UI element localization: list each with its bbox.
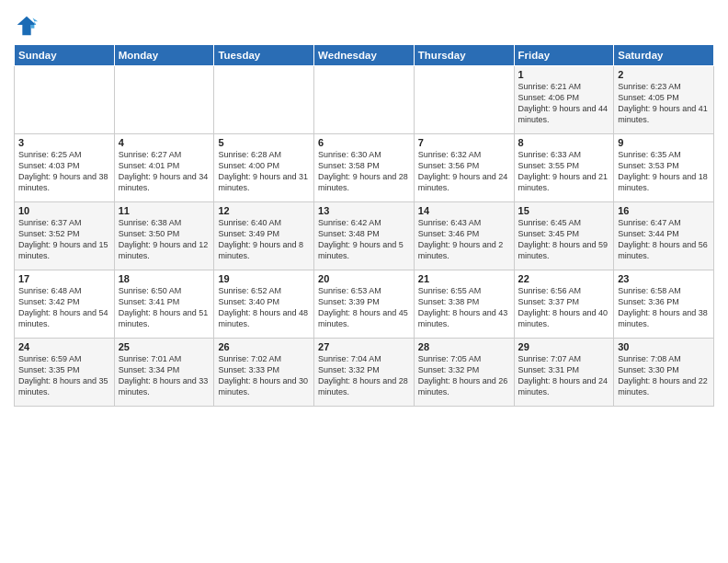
day-number: 12 — [218, 205, 310, 216]
day-number: 28 — [418, 341, 510, 352]
day-cell: 10Sunrise: 6:37 AM Sunset: 3:52 PM Dayli… — [15, 202, 115, 270]
day-number: 26 — [218, 341, 310, 352]
day-info: Sunrise: 6:48 AM Sunset: 3:42 PM Dayligh… — [18, 285, 110, 330]
week-row-2: 3Sunrise: 6:25 AM Sunset: 4:03 PM Daylig… — [15, 134, 714, 202]
day-cell: 19Sunrise: 6:52 AM Sunset: 3:40 PM Dayli… — [214, 270, 314, 339]
day-cell: 7Sunrise: 6:32 AM Sunset: 3:56 PM Daylig… — [414, 134, 514, 202]
day-cell: 11Sunrise: 6:38 AM Sunset: 3:50 PM Dayli… — [114, 202, 214, 270]
day-info: Sunrise: 6:56 AM Sunset: 3:37 PM Dayligh… — [518, 285, 610, 330]
week-row-4: 17Sunrise: 6:48 AM Sunset: 3:42 PM Dayli… — [15, 270, 714, 339]
day-info: Sunrise: 7:07 AM Sunset: 3:31 PM Dayligh… — [518, 353, 610, 398]
day-info: Sunrise: 6:58 AM Sunset: 3:36 PM Dayligh… — [618, 285, 710, 330]
day-number: 9 — [618, 137, 710, 148]
day-info: Sunrise: 6:23 AM Sunset: 4:05 PM Dayligh… — [618, 81, 710, 126]
day-cell: 18Sunrise: 6:50 AM Sunset: 3:41 PM Dayli… — [114, 270, 214, 339]
day-cell: 2Sunrise: 6:23 AM Sunset: 4:05 PM Daylig… — [614, 66, 714, 134]
header — [14, 9, 714, 39]
day-info: Sunrise: 6:33 AM Sunset: 3:55 PM Dayligh… — [518, 149, 610, 194]
calendar-table: SundayMondayTuesdayWednesdayThursdayFrid… — [14, 44, 714, 407]
day-info: Sunrise: 6:40 AM Sunset: 3:49 PM Dayligh… — [218, 217, 310, 262]
day-cell: 3Sunrise: 6:25 AM Sunset: 4:03 PM Daylig… — [15, 134, 115, 202]
day-info: Sunrise: 7:08 AM Sunset: 3:30 PM Dayligh… — [618, 353, 710, 398]
header-cell-saturday: Saturday — [614, 45, 714, 66]
day-number: 3 — [18, 137, 110, 148]
day-number: 2 — [618, 69, 710, 80]
day-number: 25 — [119, 341, 210, 352]
day-number: 24 — [18, 341, 110, 352]
day-info: Sunrise: 6:50 AM Sunset: 3:41 PM Dayligh… — [119, 285, 210, 330]
day-cell: 21Sunrise: 6:55 AM Sunset: 3:38 PM Dayli… — [414, 270, 514, 339]
day-number: 20 — [318, 273, 410, 284]
day-number: 1 — [518, 69, 610, 80]
day-info: Sunrise: 6:27 AM Sunset: 4:01 PM Dayligh… — [119, 149, 210, 194]
day-info: Sunrise: 7:04 AM Sunset: 3:32 PM Dayligh… — [318, 353, 410, 398]
week-row-3: 10Sunrise: 6:37 AM Sunset: 3:52 PM Dayli… — [15, 202, 714, 270]
day-info: Sunrise: 6:42 AM Sunset: 3:48 PM Dayligh… — [318, 217, 410, 262]
day-info: Sunrise: 7:01 AM Sunset: 3:34 PM Dayligh… — [119, 353, 210, 398]
day-info: Sunrise: 6:28 AM Sunset: 4:00 PM Dayligh… — [218, 149, 310, 194]
day-info: Sunrise: 6:55 AM Sunset: 3:38 PM Dayligh… — [418, 285, 510, 330]
day-info: Sunrise: 6:53 AM Sunset: 3:39 PM Dayligh… — [318, 285, 410, 330]
day-cell: 27Sunrise: 7:04 AM Sunset: 3:32 PM Dayli… — [314, 339, 415, 407]
day-number: 7 — [418, 137, 510, 148]
day-number: 22 — [518, 273, 610, 284]
day-number: 13 — [318, 205, 410, 216]
day-info: Sunrise: 6:30 AM Sunset: 3:58 PM Dayligh… — [318, 149, 410, 194]
day-number: 19 — [218, 273, 310, 284]
day-cell: 20Sunrise: 6:53 AM Sunset: 3:39 PM Dayli… — [314, 270, 415, 339]
day-info: Sunrise: 6:52 AM Sunset: 3:40 PM Dayligh… — [218, 285, 310, 330]
day-number: 17 — [18, 273, 110, 284]
day-cell: 28Sunrise: 7:05 AM Sunset: 3:32 PM Dayli… — [414, 339, 514, 407]
day-number: 27 — [318, 341, 410, 352]
header-row: SundayMondayTuesdayWednesdayThursdayFrid… — [15, 45, 714, 66]
day-number: 6 — [318, 137, 410, 148]
day-cell — [15, 66, 115, 134]
day-info: Sunrise: 7:02 AM Sunset: 3:33 PM Dayligh… — [218, 353, 310, 398]
day-number: 30 — [618, 341, 710, 352]
day-number: 11 — [119, 205, 210, 216]
logo-icon — [14, 13, 40, 39]
day-cell: 23Sunrise: 6:58 AM Sunset: 3:36 PM Dayli… — [614, 270, 714, 339]
day-number: 15 — [518, 205, 610, 216]
day-info: Sunrise: 6:38 AM Sunset: 3:50 PM Dayligh… — [119, 217, 210, 262]
page-container: SundayMondayTuesdayWednesdayThursdayFrid… — [0, 0, 728, 416]
day-cell: 22Sunrise: 6:56 AM Sunset: 3:37 PM Dayli… — [514, 270, 614, 339]
day-info: Sunrise: 6:32 AM Sunset: 3:56 PM Dayligh… — [418, 149, 510, 194]
day-cell: 5Sunrise: 6:28 AM Sunset: 4:00 PM Daylig… — [214, 134, 314, 202]
day-info: Sunrise: 7:05 AM Sunset: 3:32 PM Dayligh… — [418, 353, 510, 398]
day-info: Sunrise: 6:37 AM Sunset: 3:52 PM Dayligh… — [18, 217, 110, 262]
day-cell: 24Sunrise: 6:59 AM Sunset: 3:35 PM Dayli… — [15, 339, 115, 407]
week-row-1: 1Sunrise: 6:21 AM Sunset: 4:06 PM Daylig… — [15, 66, 714, 134]
day-number: 16 — [618, 205, 710, 216]
day-number: 5 — [218, 137, 310, 148]
header-cell-tuesday: Tuesday — [214, 45, 314, 66]
day-info: Sunrise: 6:25 AM Sunset: 4:03 PM Dayligh… — [18, 149, 110, 194]
day-number: 21 — [418, 273, 510, 284]
header-cell-wednesday: Wednesday — [314, 45, 415, 66]
day-number: 8 — [518, 137, 610, 148]
day-cell: 26Sunrise: 7:02 AM Sunset: 3:33 PM Dayli… — [214, 339, 314, 407]
day-cell — [214, 66, 314, 134]
week-row-5: 24Sunrise: 6:59 AM Sunset: 3:35 PM Dayli… — [15, 339, 714, 407]
header-cell-monday: Monday — [114, 45, 214, 66]
day-cell: 6Sunrise: 6:30 AM Sunset: 3:58 PM Daylig… — [314, 134, 415, 202]
day-number: 23 — [618, 273, 710, 284]
day-info: Sunrise: 6:45 AM Sunset: 3:45 PM Dayligh… — [518, 217, 610, 262]
day-number: 10 — [18, 205, 110, 216]
header-cell-friday: Friday — [514, 45, 614, 66]
day-cell — [314, 66, 415, 134]
day-number: 29 — [518, 341, 610, 352]
day-info: Sunrise: 6:21 AM Sunset: 4:06 PM Dayligh… — [518, 81, 610, 126]
day-cell: 4Sunrise: 6:27 AM Sunset: 4:01 PM Daylig… — [114, 134, 214, 202]
day-cell — [414, 66, 514, 134]
day-cell: 12Sunrise: 6:40 AM Sunset: 3:49 PM Dayli… — [214, 202, 314, 270]
day-cell: 15Sunrise: 6:45 AM Sunset: 3:45 PM Dayli… — [514, 202, 614, 270]
day-number: 14 — [418, 205, 510, 216]
day-cell: 9Sunrise: 6:35 AM Sunset: 3:53 PM Daylig… — [614, 134, 714, 202]
day-cell: 14Sunrise: 6:43 AM Sunset: 3:46 PM Dayli… — [414, 202, 514, 270]
day-info: Sunrise: 6:43 AM Sunset: 3:46 PM Dayligh… — [418, 217, 510, 262]
day-cell — [114, 66, 214, 134]
day-number: 18 — [119, 273, 210, 284]
day-info: Sunrise: 6:59 AM Sunset: 3:35 PM Dayligh… — [18, 353, 110, 398]
day-cell: 17Sunrise: 6:48 AM Sunset: 3:42 PM Dayli… — [15, 270, 115, 339]
